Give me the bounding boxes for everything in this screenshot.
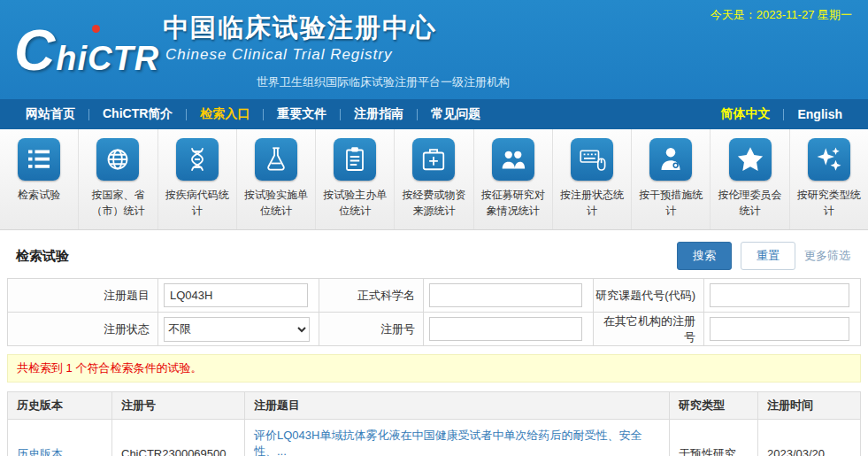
menu-item-funding-source-stats[interactable]: 按经费或物资来源统计 bbox=[395, 129, 473, 229]
lang-simplified-chinese[interactable]: 简体中文 bbox=[707, 106, 783, 122]
table-row: 历史版本 ChiCTR2300069500 评价LQ043H单域抗体雾化液在中国… bbox=[8, 420, 861, 456]
star-icon bbox=[729, 138, 772, 181]
site-title-cn: 中国临床试验注册中心 bbox=[163, 11, 437, 46]
menu-item-country-stats[interactable]: 按国家、省（市）统计 bbox=[79, 129, 157, 229]
menu-item-label: 按干预措施统计 bbox=[635, 187, 706, 219]
search-section-title: 检索试验 bbox=[16, 248, 69, 265]
menu-item-label: 按试验主办单位统计 bbox=[319, 187, 390, 219]
menu-item-intervention-stats[interactable]: 按干预措施统计 bbox=[632, 129, 711, 229]
list-123-icon bbox=[18, 138, 60, 181]
globe-icon bbox=[96, 138, 139, 181]
reg-number-input[interactable] bbox=[429, 317, 582, 341]
sparkles-icon bbox=[808, 138, 850, 181]
trial-title-link[interactable]: 评价LQ043H单域抗体雾化液在中国健康受试者中单次给药后的耐受性、安全性、..… bbox=[254, 429, 641, 456]
logo-accent-dot bbox=[92, 25, 100, 33]
reg-status-label: 注册状态 bbox=[8, 313, 158, 346]
more-filters-link[interactable]: 更多筛选 bbox=[804, 248, 854, 264]
chictr-logo[interactable]: ChiCTR bbox=[14, 5, 159, 96]
menu-item-label: 按国家、省（市）统计 bbox=[82, 187, 153, 219]
history-version-link[interactable]: 历史版本 bbox=[17, 447, 63, 456]
menu-item-sponsor-unit-stats[interactable]: 按试验主办单位统计 bbox=[316, 129, 395, 229]
menu-item-search-trials[interactable]: 检索试验 bbox=[0, 129, 79, 229]
flask-icon bbox=[255, 138, 297, 181]
menu-item-ethics-committee-stats[interactable]: 按伦理委员会统计 bbox=[711, 129, 789, 229]
menu-item-implementing-unit-stats[interactable]: 按试验实施单位统计 bbox=[237, 129, 316, 229]
statistics-menu: 检索试验 按国家、省（市）统计 按疾病代码统计 按试验实施单位统计 按试验主办单… bbox=[0, 129, 868, 230]
sci-name-input[interactable] bbox=[429, 283, 582, 307]
nav-item-about[interactable]: ChiCTR简介 bbox=[89, 106, 186, 122]
menu-item-study-type-stats[interactable]: 按研究类型统计 bbox=[790, 129, 868, 229]
search-result-message: 共检索到 1 个符合检索条件的试验。 bbox=[7, 354, 861, 383]
menu-item-registration-status-stats[interactable]: 按注册状态统计 bbox=[553, 129, 632, 229]
nav-item-search-entry[interactable]: 检索入口 bbox=[187, 106, 263, 122]
menu-item-label: 按试验实施单位统计 bbox=[241, 187, 311, 219]
registration-date-cell: 2023/03/20 bbox=[758, 420, 861, 456]
language-switcher: 简体中文 English bbox=[707, 106, 856, 122]
menu-item-label: 按研究类型统计 bbox=[794, 187, 864, 219]
column-header-history-version: 历史版本 bbox=[8, 392, 112, 420]
registration-title-cell: 评价LQ043H单域抗体雾化液在中国健康受试者中单次给药后的耐受性、安全性、..… bbox=[245, 420, 670, 456]
clipboard-icon bbox=[334, 138, 376, 181]
other-reg-number-input[interactable] bbox=[710, 317, 849, 341]
sci-name-label: 正式科学名 bbox=[319, 279, 424, 313]
site-header: ChiCTR 中国临床试验注册中心 Chinese Clinical Trial… bbox=[0, 0, 868, 99]
reg-status-select[interactable]: 不限 bbox=[164, 317, 310, 342]
site-title-en: Chinese Clinical Trial Registry bbox=[165, 46, 392, 64]
results-header-row: 历史版本 注册号 注册题目 研究类型 注册时间 bbox=[8, 392, 861, 420]
column-header-registration-date: 注册时间 bbox=[758, 392, 861, 420]
other-reg-number-label: 在其它机构的注册号 bbox=[594, 313, 704, 346]
menu-item-label: 按疾病代码统计 bbox=[162, 187, 233, 219]
project-code-label: 研究课题代号(代码) bbox=[594, 279, 704, 313]
column-header-registration-number: 注册号 bbox=[112, 392, 245, 420]
search-form: 注册题目 正式科学名 研究课题代号(代码) 注册状态 不限 注册号 在其它机构的… bbox=[7, 278, 861, 346]
menu-item-disease-code-stats[interactable]: 按疾病代码统计 bbox=[158, 129, 237, 229]
study-type-cell: 干预性研究 bbox=[670, 420, 758, 456]
project-code-input[interactable] bbox=[710, 283, 849, 307]
logo-text: ChiCTR bbox=[14, 5, 159, 96]
first-aid-kit-icon bbox=[412, 138, 455, 181]
registration-number-cell: ChiCTR2300069500 bbox=[112, 420, 245, 456]
keyboard-mouse-icon bbox=[571, 138, 613, 181]
menu-item-label: 按伦理委员会统计 bbox=[715, 187, 786, 219]
results-table: 历史版本 注册号 注册题目 研究类型 注册时间 历史版本 ChiCTR23000… bbox=[7, 391, 861, 456]
reg-number-label: 注册号 bbox=[319, 313, 424, 346]
search-button[interactable]: 搜索 bbox=[677, 242, 732, 270]
menu-item-label: 按注册状态统计 bbox=[557, 187, 627, 219]
search-actions: 搜索 重置 更多筛选 bbox=[677, 242, 854, 270]
column-header-registration-title: 注册题目 bbox=[245, 392, 670, 420]
nav-item-important-documents[interactable]: 重要文件 bbox=[264, 106, 340, 122]
dna-icon bbox=[176, 138, 219, 181]
main-nav: 网站首页 ChiCTR简介 检索入口 重要文件 注册指南 常见问题 简体中文 E… bbox=[0, 99, 868, 129]
people-group-icon bbox=[492, 138, 534, 181]
nav-item-registration-guide[interactable]: 注册指南 bbox=[341, 106, 417, 122]
menu-item-label: 检索试验 bbox=[4, 187, 74, 203]
search-section-header: 检索试验 搜索 重置 更多筛选 bbox=[0, 230, 868, 276]
menu-item-label: 按经费或物资来源统计 bbox=[398, 187, 469, 219]
current-date-text: 今天是：2023-11-27 星期一 bbox=[711, 7, 852, 23]
who-registry-line: 世界卫生组织国际临床试验注册平台一级注册机构 bbox=[257, 74, 510, 90]
menu-item-recruitment-stats[interactable]: 按征募研究对象情况统计 bbox=[474, 129, 553, 229]
nav-item-home[interactable]: 网站首页 bbox=[12, 106, 88, 122]
doctor-icon bbox=[649, 138, 692, 181]
column-header-study-type: 研究类型 bbox=[670, 392, 758, 420]
reset-button[interactable]: 重置 bbox=[741, 242, 795, 270]
menu-item-label: 按征募研究对象情况统计 bbox=[478, 187, 549, 219]
lang-english[interactable]: English bbox=[784, 107, 856, 121]
reg-title-label: 注册题目 bbox=[8, 279, 158, 313]
reg-title-input[interactable] bbox=[164, 283, 308, 307]
nav-item-faq[interactable]: 常见问题 bbox=[418, 106, 494, 122]
